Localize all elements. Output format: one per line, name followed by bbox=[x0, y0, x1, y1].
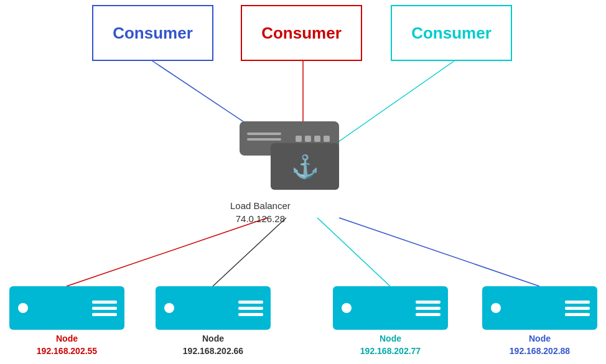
router-port-4 bbox=[324, 136, 330, 142]
consumer-box-blue: Consumer bbox=[92, 5, 213, 61]
router-line-2 bbox=[247, 138, 281, 141]
load-balancer-device: ⚓ bbox=[233, 121, 367, 193]
node3-line-2 bbox=[416, 307, 441, 310]
node2-line-1 bbox=[238, 301, 263, 304]
node1-title: Node bbox=[9, 333, 124, 345]
node1-line-2 bbox=[92, 307, 117, 310]
svg-line-5 bbox=[317, 218, 390, 286]
consumer-cyan-label: Consumer bbox=[411, 24, 492, 43]
node2-ip: 192.168.202.66 bbox=[156, 345, 271, 358]
node3-dot bbox=[342, 303, 352, 313]
node3-lines-icon bbox=[416, 301, 441, 316]
node1-line-1 bbox=[92, 301, 117, 304]
router-lines bbox=[247, 133, 281, 141]
svg-line-3 bbox=[67, 218, 268, 286]
node2-dot bbox=[164, 303, 174, 313]
node2-line-2 bbox=[238, 307, 263, 310]
svg-line-4 bbox=[213, 218, 286, 286]
router-line-1 bbox=[247, 133, 281, 135]
svg-line-6 bbox=[339, 218, 539, 286]
node-box-3 bbox=[333, 286, 448, 330]
node4-line-2 bbox=[565, 307, 590, 310]
node-box-1 bbox=[9, 286, 124, 330]
node4-ip: 192.168.202.88 bbox=[482, 345, 597, 358]
node2-lines-icon bbox=[238, 301, 263, 316]
router-port-1 bbox=[296, 136, 302, 142]
node4-line-1 bbox=[565, 301, 590, 304]
node-box-4 bbox=[482, 286, 597, 330]
consumer-red-label: Consumer bbox=[261, 24, 342, 43]
node4-lines-icon bbox=[565, 301, 590, 316]
consumer-box-red: Consumer bbox=[241, 5, 362, 61]
consumer-box-cyan: Consumer bbox=[391, 5, 512, 61]
node1-label: Node 192.168.202.55 bbox=[9, 333, 124, 357]
load-balancer-label: Load Balancer 74.0.126.28 bbox=[230, 199, 291, 225]
node4-label: Node 192.168.202.88 bbox=[482, 333, 597, 357]
node1-lines-icon bbox=[92, 301, 117, 316]
node1-line-3 bbox=[92, 313, 117, 316]
node3-line-3 bbox=[416, 313, 441, 316]
node1-dot bbox=[18, 303, 28, 313]
router-port-3 bbox=[314, 136, 320, 142]
lb-ip: 74.0.126.28 bbox=[230, 212, 291, 225]
lb-title: Load Balancer bbox=[230, 199, 291, 212]
node4-dot bbox=[491, 303, 501, 313]
node2-line-3 bbox=[238, 313, 263, 316]
node4-line-3 bbox=[565, 313, 590, 316]
router-port-2 bbox=[305, 136, 311, 142]
distributor-symbol: ⚓ bbox=[291, 154, 319, 180]
switch-icon: ⚓ bbox=[271, 143, 339, 190]
node2-title: Node bbox=[156, 333, 271, 345]
node-box-2 bbox=[156, 286, 271, 330]
node3-title: Node bbox=[333, 333, 448, 345]
node3-line-1 bbox=[416, 301, 441, 304]
node1-ip: 192.168.202.55 bbox=[9, 345, 124, 358]
node3-ip: 192.168.202.77 bbox=[333, 345, 448, 358]
router-ports bbox=[296, 136, 330, 142]
network-diagram: Consumer Consumer Consumer ⚓ Load Bala bbox=[0, 0, 606, 364]
consumer-blue-label: Consumer bbox=[113, 24, 193, 43]
node2-label: Node 192.168.202.66 bbox=[156, 333, 271, 357]
node4-title: Node bbox=[482, 333, 597, 345]
node3-label: Node 192.168.202.77 bbox=[333, 333, 448, 357]
